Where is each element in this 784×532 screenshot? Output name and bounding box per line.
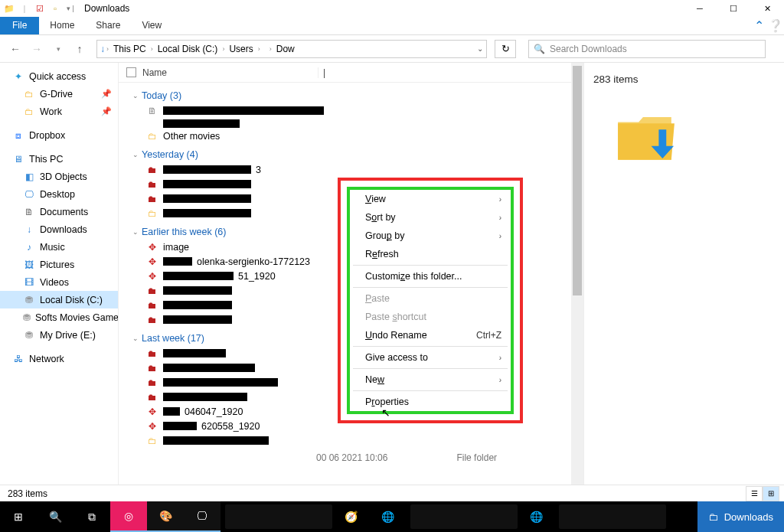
group-today[interactable]: ⌄Today (3)	[132, 88, 571, 103]
window-title: Downloads	[84, 3, 129, 14]
ribbon: File Home Share View ⌃ ❔	[0, 17, 784, 35]
file-type-partial: File folder	[456, 452, 497, 463]
ctx-group[interactable]: Group by›	[350, 227, 511, 245]
search-input[interactable]	[550, 44, 760, 54]
scrollbar[interactable]	[571, 63, 583, 485]
task-window-2[interactable]	[410, 504, 518, 529]
sidebar-work[interactable]: 🗀Work📌	[0, 103, 118, 120]
file-row[interactable]	[132, 118, 571, 129]
archive-icon: 🖿	[146, 314, 158, 326]
item-count: 283 items	[593, 73, 639, 85]
archive-icon: 🖿	[146, 362, 158, 374]
back-button[interactable]: ←	[6, 43, 24, 55]
up-button[interactable]: ↑	[70, 43, 89, 55]
archive-icon: 🖿	[146, 348, 158, 360]
disk-icon: ⛃	[23, 312, 31, 324]
chevron-right-icon: ›	[499, 232, 501, 240]
sidebar-pictures[interactable]: 🖼Pictures	[0, 256, 118, 273]
column-divider[interactable]: |	[318, 67, 325, 78]
ribbon-help-icon[interactable]: ⌃ ❔	[753, 17, 784, 34]
start-button[interactable]: ⊞	[0, 501, 37, 532]
context-menu: View› Sort by› Group by› Refresh Customi…	[347, 187, 514, 414]
ctx-sort[interactable]: Sort by›	[350, 208, 511, 227]
list-header: Name |	[119, 63, 571, 83]
archive-icon: 🖿	[146, 164, 158, 176]
chevron-right-icon: ›	[499, 195, 501, 204]
maximize-button[interactable]: ☐	[717, 0, 750, 17]
folder-icon: 🗀	[146, 435, 158, 447]
file-tab[interactable]: File	[0, 17, 39, 34]
archive-icon: 🖿	[146, 391, 158, 403]
home-tab[interactable]: Home	[39, 17, 85, 34]
sidebar-videos[interactable]: 🎞Videos	[0, 273, 118, 291]
sidebar-music[interactable]: ♪Music	[0, 238, 118, 256]
ctx-new[interactable]: New›	[350, 370, 511, 389]
file-row[interactable]: 🗀	[132, 433, 571, 448]
task-window-3[interactable]	[559, 504, 666, 529]
task-app-1[interactable]: ◎	[110, 501, 147, 532]
file-row[interactable]: 🖿3	[132, 162, 571, 177]
task-window-1[interactable]	[225, 504, 332, 529]
breadcrumb-seg[interactable]: Local Disk (C:)	[155, 44, 221, 54]
sidebar-network[interactable]: 🖧Network	[0, 350, 118, 367]
sidebar-downloads[interactable]: ↓Downloads	[0, 220, 118, 238]
chevron-down-icon: ⌄	[132, 151, 139, 158]
sidebar-dropbox[interactable]: ⧈Dropbox	[0, 126, 118, 144]
puzzle-icon: ✥	[146, 241, 158, 253]
breadcrumb-seg[interactable]: Dow	[273, 44, 298, 54]
column-name[interactable]: Name	[142, 67, 167, 78]
sidebar-documents[interactable]: 🗎Documents	[0, 203, 118, 220]
puzzle-icon: ✥	[146, 406, 158, 418]
sidebar-3dobjects[interactable]: ◧3D Objects	[0, 168, 118, 185]
sidebar-softs[interactable]: ⛃Softs Movies Games	[0, 308, 118, 326]
task-app-5[interactable]: 🌐	[369, 501, 406, 532]
large-icons-button[interactable]: ⊞	[763, 486, 779, 501]
ctx-properties[interactable]: Properties	[350, 393, 511, 411]
task-app-3[interactable]: 🖵	[184, 501, 220, 532]
close-button[interactable]: ✕	[750, 0, 784, 17]
sidebar-thispc[interactable]: 🖥This PC	[0, 150, 118, 168]
file-row[interactable]: 🗀Other movies	[132, 129, 571, 143]
ctx-view[interactable]: View›	[350, 190, 511, 208]
quick-access[interactable]: ✦Quick access	[0, 67, 118, 85]
history-dropdown[interactable]: ▾	[49, 45, 67, 53]
details-view-button[interactable]: ☰	[746, 486, 763, 501]
task-downloads[interactable]: 🗀Downloads	[697, 501, 784, 532]
file-row[interactable]: 🗎	[132, 103, 571, 118]
ctx-refresh[interactable]: Refresh	[350, 245, 511, 263]
minimize-button[interactable]: ─	[683, 0, 717, 17]
task-app-6[interactable]: 🌐	[518, 501, 554, 532]
task-app-4[interactable]: 🧭	[332, 501, 369, 532]
forward-button[interactable]: →	[28, 43, 46, 55]
qat-dropdown[interactable]: ▾ |	[64, 2, 77, 15]
download-icon: ↓	[23, 224, 35, 236]
scroll-thumb[interactable]	[573, 66, 582, 295]
taskview-button[interactable]: ⧉	[74, 501, 110, 532]
cursor-icon: ↖	[381, 406, 390, 419]
search-button[interactable]: 🔍	[37, 501, 74, 532]
breadcrumb-seg[interactable]: Users	[226, 44, 256, 54]
sidebar-desktop[interactable]: 🖵Desktop	[0, 185, 118, 203]
address-bar[interactable]: ↓ › This PC› Local Disk (C:)› Users› › D…	[96, 40, 487, 58]
sidebar-localdisk[interactable]: ⛃Local Disk (C:)	[0, 291, 118, 308]
share-tab[interactable]: Share	[85, 17, 131, 34]
qat-check-icon[interactable]: ☑	[34, 2, 46, 15]
pc-icon: 🖥	[12, 153, 24, 165]
sidebar-mydrive[interactable]: ⛃My Drive (E:)	[0, 326, 118, 344]
sidebar-gdrive[interactable]: 🗀G-Drive📌	[0, 85, 118, 103]
ctx-customize[interactable]: Customize this folder...	[350, 267, 511, 286]
disk-icon: ⛃	[23, 329, 35, 341]
breadcrumb-seg[interactable]: This PC	[110, 44, 149, 54]
group-yesterday[interactable]: ⌄Yesterday (4)	[132, 147, 571, 162]
dropbox-icon: ⧈	[12, 129, 24, 142]
status-bar: 283 items ☰ ⊞	[0, 485, 784, 501]
ctx-undo-rename[interactable]: Undo RenameCtrl+Z	[350, 326, 511, 344]
disk-icon: ⛃	[23, 294, 35, 306]
task-app-2[interactable]: 🎨	[147, 501, 184, 532]
select-all-checkbox[interactable]	[126, 67, 136, 77]
search-box[interactable]: 🔍	[528, 40, 766, 58]
ctx-give-access[interactable]: Give access to›	[350, 348, 511, 367]
address-dropdown-icon[interactable]: ⌄	[477, 44, 483, 53]
refresh-button[interactable]: ↻	[495, 40, 516, 58]
view-tab[interactable]: View	[131, 17, 172, 34]
